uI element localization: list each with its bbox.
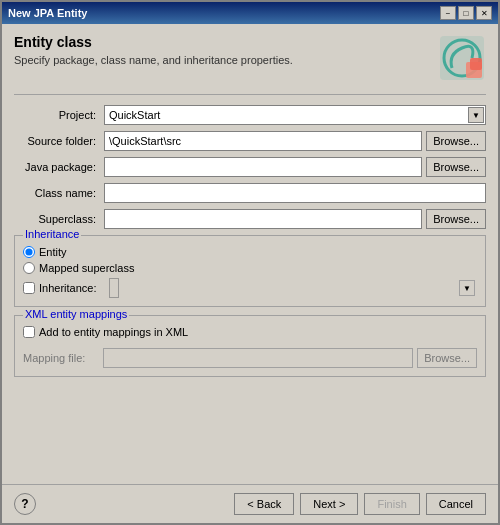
superclass-row: Superclass: Browse... xyxy=(14,209,486,229)
minimize-button[interactable]: − xyxy=(440,6,456,20)
inheritance-type-select[interactable] xyxy=(109,278,119,298)
java-package-label: Java package: xyxy=(14,161,104,173)
xml-mappings-group: XML entity mappings Add to entity mappin… xyxy=(14,315,486,377)
next-button[interactable]: Next > xyxy=(300,493,358,515)
inheritance-checkbox-label: Inheritance: xyxy=(39,282,109,294)
project-dropdown-wrapper: QuickStart ▼ xyxy=(104,105,486,125)
header-divider xyxy=(14,94,486,95)
bottom-bar: ? < Back Next > Finish Cancel xyxy=(2,484,498,523)
inheritance-group: Inheritance Entity Mapped superclass Inh… xyxy=(14,235,486,307)
svg-rect-3 xyxy=(470,58,482,70)
mapping-file-label: Mapping file: xyxy=(23,352,103,364)
title-bar-buttons: − □ ✕ xyxy=(440,6,492,20)
help-button[interactable]: ? xyxy=(14,493,36,515)
page-title: Entity class xyxy=(14,34,438,50)
mapped-superclass-radio[interactable] xyxy=(23,262,35,274)
source-folder-row: Source folder: Browse... xyxy=(14,131,486,151)
entity-radio[interactable] xyxy=(23,246,35,258)
project-select[interactable]: QuickStart xyxy=(104,105,486,125)
superclass-label: Superclass: xyxy=(14,213,104,225)
inheritance-dropdown-wrapper: ▼ xyxy=(109,278,477,298)
title-bar: New JPA Entity − □ ✕ xyxy=(2,2,498,24)
source-folder-browse-button[interactable]: Browse... xyxy=(426,131,486,151)
superclass-input[interactable] xyxy=(104,209,422,229)
window: New JPA Entity − □ ✕ Entity class Specif… xyxy=(0,0,500,525)
inheritance-group-label: Inheritance xyxy=(23,228,81,240)
class-name-input[interactable] xyxy=(104,183,486,203)
mapped-superclass-radio-label: Mapped superclass xyxy=(39,262,134,274)
finish-button[interactable]: Finish xyxy=(364,493,419,515)
project-label: Project: xyxy=(14,109,104,121)
header-text: Entity class Specify package, class name… xyxy=(14,34,438,66)
form-section: Project: QuickStart ▼ Source folder: Bro… xyxy=(14,105,486,474)
main-content: Entity class Specify package, class name… xyxy=(2,24,498,484)
java-package-browse-button[interactable]: Browse... xyxy=(426,157,486,177)
mapping-file-row: Mapping file: Browse... xyxy=(23,348,477,368)
close-button[interactable]: ✕ xyxy=(476,6,492,20)
source-folder-input[interactable] xyxy=(104,131,422,151)
maximize-button[interactable]: □ xyxy=(458,6,474,20)
cancel-button[interactable]: Cancel xyxy=(426,493,486,515)
add-to-xml-label: Add to entity mappings in XML xyxy=(39,326,188,338)
entity-radio-label: Entity xyxy=(39,246,67,258)
add-to-xml-checkbox[interactable] xyxy=(23,326,35,338)
class-name-row: Class name: xyxy=(14,183,486,203)
xml-mappings-group-label: XML entity mappings xyxy=(23,308,129,320)
inheritance-checkbox-row: Inheritance: ▼ xyxy=(23,278,477,298)
source-folder-label: Source folder: xyxy=(14,135,104,147)
mapping-file-browse-button: Browse... xyxy=(417,348,477,368)
spring-icon xyxy=(438,34,486,82)
java-package-row: Java package: Browse... xyxy=(14,157,486,177)
mapping-file-input xyxy=(103,348,413,368)
java-package-input[interactable] xyxy=(104,157,422,177)
project-row: Project: QuickStart ▼ xyxy=(14,105,486,125)
superclass-browse-button[interactable]: Browse... xyxy=(426,209,486,229)
entity-radio-row: Entity xyxy=(23,246,477,258)
inheritance-checkbox[interactable] xyxy=(23,282,35,294)
back-button[interactable]: < Back xyxy=(234,493,294,515)
inheritance-dropdown-arrow: ▼ xyxy=(459,280,475,296)
header-section: Entity class Specify package, class name… xyxy=(14,34,486,82)
page-subtitle: Specify package, class name, and inherit… xyxy=(14,54,438,66)
window-title: New JPA Entity xyxy=(8,7,87,19)
add-to-xml-row: Add to entity mappings in XML xyxy=(23,326,477,338)
mapped-superclass-radio-row: Mapped superclass xyxy=(23,262,477,274)
class-name-label: Class name: xyxy=(14,187,104,199)
